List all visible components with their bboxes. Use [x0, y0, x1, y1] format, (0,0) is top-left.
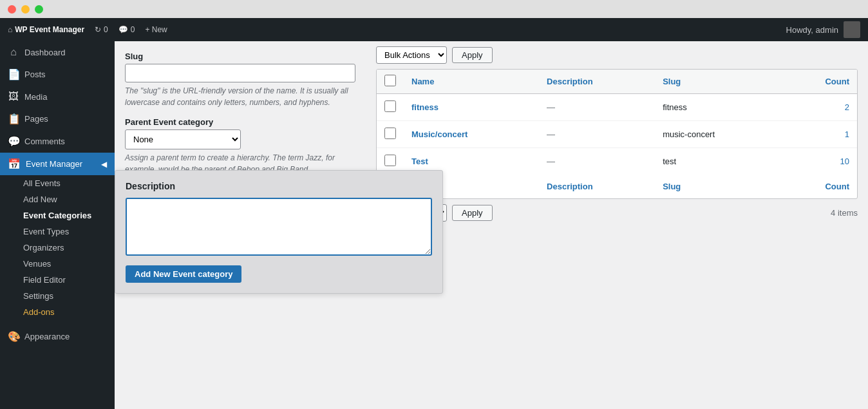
items-count: 4 items — [831, 203, 858, 223]
media-icon: 🖼 — [8, 91, 19, 102]
description-popup: Description Add New Event category — [115, 170, 443, 294]
avatar[interactable] — [844, 21, 860, 38]
collapse-icon: ◀ — [101, 160, 107, 169]
sidebar-item-dashboard[interactable]: ⌂ Dashboard — [0, 41, 115, 63]
sidebar-item-settings[interactable]: Settings — [0, 288, 115, 304]
sidebar-item-pages[interactable]: 📋 Pages — [0, 108, 115, 130]
sidebar-item-add-new[interactable]: Add New — [0, 191, 115, 207]
sidebar-item-appearance[interactable]: 🎨 Appearance — [0, 325, 115, 348]
slug-section: Slug The "slug" is the URL-friendly vers… — [125, 52, 355, 108]
close-button[interactable] — [8, 5, 16, 14]
sidebar-item-label: Comments — [24, 137, 65, 146]
table-header-row: Name Description Slug Count — [377, 70, 857, 94]
sidebar-item-label: Dashboard — [24, 48, 66, 57]
sidebar-item-posts[interactable]: 📄 Posts — [0, 63, 115, 86]
add-new-button[interactable]: Add New Event category — [126, 265, 241, 283]
admin-bar-comments[interactable]: 💬 0 — [118, 25, 135, 34]
main-content: Slug The "slug" is the URL-friendly vers… — [115, 41, 868, 409]
updates-count: 0 — [104, 25, 108, 34]
sidebar-item-organizers[interactable]: Organizers — [0, 240, 115, 256]
slug-label: Slug — [125, 52, 355, 61]
row-name: fitness — [404, 94, 539, 121]
updates-icon: ↻ — [95, 25, 101, 34]
sidebar-item-label: Pages — [24, 114, 48, 124]
table-row: Music/concert — music-concert 1 — [377, 121, 857, 148]
maximize-button[interactable] — [35, 5, 43, 14]
col-footer-description[interactable]: Description — [539, 175, 655, 198]
event-manager-group: 📅 Event Manager ◀ All Events Add New Eve… — [0, 153, 115, 320]
apply-button-bottom[interactable]: Apply — [452, 205, 493, 221]
row-count: 10 — [782, 148, 857, 175]
admin-bar: ⌂ WP Event Manager ↻ 0 💬 0 + New Howdy, … — [0, 18, 868, 41]
site-name: WP Event Manager — [15, 25, 84, 34]
row-name-link[interactable]: fitness — [411, 102, 439, 112]
parent-section: Parent Event category None Assign a pare… — [125, 117, 355, 175]
sidebar-item-label: Appearance — [24, 332, 70, 341]
dashboard-icon: ⌂ — [8, 46, 19, 58]
row-checkbox[interactable] — [384, 155, 396, 166]
sidebar-item-event-categories[interactable]: Event Categories — [0, 207, 115, 224]
row-description: — — [539, 121, 655, 148]
row-slug: music-concert — [655, 121, 782, 148]
row-checkbox[interactable] — [384, 100, 396, 112]
sidebar-item-field-editor[interactable]: Field Editor — [0, 272, 115, 288]
event-manager-header[interactable]: 📅 Event Manager ◀ — [0, 153, 115, 175]
row-description: — — [539, 148, 655, 175]
apply-button-top[interactable]: Apply — [452, 47, 493, 63]
posts-icon: 📄 — [8, 68, 19, 81]
row-checkbox[interactable] — [384, 128, 396, 139]
categories-table: Name Description Slug Count — [377, 70, 857, 198]
parent-label: Parent Event category — [125, 117, 355, 127]
col-footer-count[interactable]: Count — [782, 175, 857, 198]
bulk-select-top[interactable]: Bulk Actions Delete — [376, 46, 447, 64]
slug-hint: The "slug" is the URL-friendly version o… — [125, 85, 355, 108]
event-manager-label: Event Manager — [26, 159, 82, 169]
table-row: Test — test 10 — [377, 148, 857, 175]
col-header-count[interactable]: Count — [782, 70, 857, 94]
new-label: + New — [145, 25, 167, 34]
sidebar-item-event-types[interactable]: Event Types — [0, 224, 115, 240]
minimize-button[interactable] — [21, 5, 30, 14]
col-footer-slug[interactable]: Slug — [655, 175, 782, 198]
table-row: fitness — fitness 2 — [377, 94, 857, 121]
col-header-description[interactable]: Description — [539, 70, 655, 94]
admin-bar-site[interactable]: ⌂ WP Event Manager — [8, 25, 84, 34]
sidebar-item-all-events[interactable]: All Events — [0, 175, 115, 191]
form-panel: Slug The "slug" is the URL-friendly vers… — [115, 41, 366, 409]
row-slug: test — [655, 148, 782, 175]
parent-select[interactable]: None — [125, 129, 241, 149]
slug-input[interactable] — [125, 64, 355, 82]
appearance-icon: 🎨 — [8, 330, 19, 343]
row-count: 1 — [782, 121, 857, 148]
admin-bar-updates[interactable]: ↻ 0 — [95, 25, 108, 34]
table-footer-row: Name Description Slug Count — [377, 175, 857, 198]
sidebar-item-label: Media — [24, 92, 47, 102]
howdy-text: Howdy, admin — [786, 25, 838, 35]
description-textarea[interactable] — [126, 198, 432, 256]
title-bar — [0, 0, 868, 18]
row-description: — — [539, 94, 655, 121]
sidebar-item-add-ons[interactable]: Add-ons — [0, 304, 115, 320]
sidebar-item-media[interactable]: 🖼 Media — [0, 86, 115, 108]
col-header-slug[interactable]: Slug — [655, 70, 782, 94]
row-name-link[interactable]: Music/concert — [411, 129, 467, 139]
event-manager-icon: 📅 — [8, 158, 21, 170]
bulk-action-bar-top: Bulk Actions Delete Apply — [376, 41, 858, 69]
description-label: Description — [126, 181, 432, 191]
home-icon: ⌂ — [8, 25, 12, 34]
admin-bar-new[interactable]: + New — [145, 25, 167, 34]
pages-icon: 📋 — [8, 113, 19, 125]
comments-icon: 💬 — [118, 25, 128, 34]
table-wrapper: Name Description Slug Count — [376, 69, 858, 199]
sidebar-item-comments[interactable]: 💬 Comments — [0, 130, 115, 153]
sidebar-item-venues[interactable]: Venues — [0, 256, 115, 272]
comments-nav-icon: 💬 — [8, 135, 19, 147]
col-header-name[interactable]: Name — [404, 70, 539, 94]
sidebar: ⌂ Dashboard 📄 Posts 🖼 Media 📋 Pages 💬 Co… — [0, 41, 115, 409]
row-name-link[interactable]: Test — [411, 157, 428, 166]
row-count: 2 — [782, 94, 857, 121]
row-slug: fitness — [655, 94, 782, 121]
comments-count: 0 — [131, 25, 135, 34]
sidebar-item-label: Posts — [24, 70, 46, 79]
select-all-checkbox[interactable] — [384, 75, 396, 86]
